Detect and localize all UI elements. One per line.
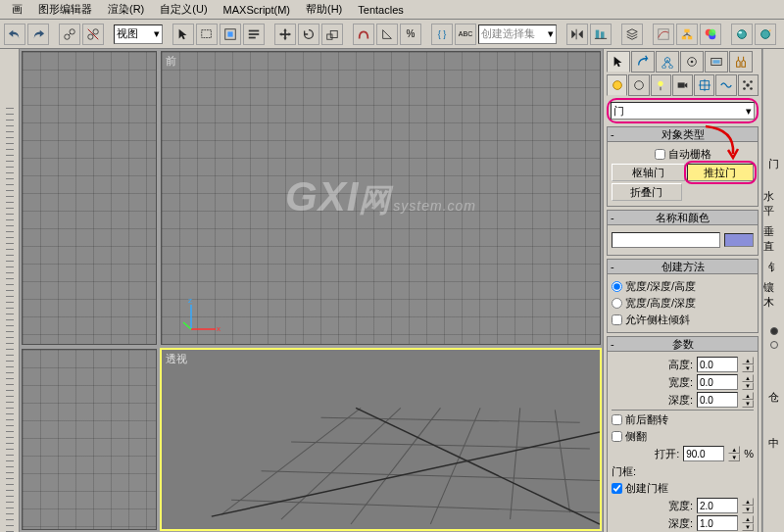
- redo-button[interactable]: [27, 24, 49, 45]
- curve-editor-button[interactable]: [653, 24, 674, 45]
- object-color-swatch[interactable]: [724, 233, 754, 247]
- select-by-name-button[interactable]: [243, 24, 265, 45]
- svg-line-40: [555, 410, 569, 512]
- svg-line-22: [684, 34, 688, 36]
- command-panel-tabs: [607, 51, 759, 73]
- open-spinner-buttons[interactable]: ▲▼: [728, 446, 740, 461]
- svg-rect-19: [682, 35, 686, 39]
- layers-button[interactable]: [621, 24, 643, 45]
- flip-front-back-checkbox[interactable]: [612, 414, 622, 425]
- schematic-view-button[interactable]: [676, 24, 698, 45]
- frame-depth-spinner-buttons[interactable]: ▲▼: [742, 515, 754, 531]
- quick-render-button[interactable]: [755, 24, 776, 45]
- unlink-button[interactable]: [82, 24, 104, 45]
- viewport-bottom-left[interactable]: [22, 349, 157, 530]
- spacewarps-tab[interactable]: [715, 74, 736, 96]
- angle-snap-button[interactable]: [376, 24, 398, 45]
- geometry-category-dropdown[interactable]: 门: [611, 102, 755, 120]
- geometry-tab[interactable]: [607, 74, 627, 96]
- menu-item[interactable]: 帮助(H): [298, 0, 350, 19]
- scale-button[interactable]: [321, 24, 343, 45]
- lights-tab[interactable]: [651, 74, 671, 96]
- viewport-front[interactable]: 前 GXI网 system.com z x: [161, 51, 601, 345]
- move-button[interactable]: [274, 24, 296, 45]
- rollout-parameters-header[interactable]: -参数: [607, 336, 759, 352]
- allow-slant-checkbox[interactable]: [612, 314, 622, 325]
- height-spinner-buttons[interactable]: ▲▼: [742, 357, 754, 372]
- rotate-button[interactable]: [298, 24, 319, 45]
- create-frame-label: 创建门框: [625, 481, 668, 496]
- systems-tab[interactable]: [738, 74, 759, 96]
- open-spinner[interactable]: 90.0: [683, 446, 724, 461]
- object-name-input[interactable]: [612, 232, 720, 248]
- folding-door-button[interactable]: 折叠门: [612, 183, 682, 201]
- rollout-name-color-header[interactable]: -名称和颜色: [607, 210, 759, 225]
- depth-spinner[interactable]: 0.0: [697, 392, 738, 408]
- rollout-creation-method: 宽度/深度/高度 宽度/高度/深度 允许侧柱倾斜: [607, 274, 759, 333]
- create-tab[interactable]: [607, 51, 630, 73]
- radio-dot-icon[interactable]: [770, 327, 778, 335]
- select-button[interactable]: [172, 24, 194, 45]
- display-tab[interactable]: [705, 51, 728, 73]
- create-frame-checkbox[interactable]: [612, 483, 622, 494]
- select-rect-button[interactable]: [196, 24, 218, 45]
- shapes-tab[interactable]: [628, 74, 649, 96]
- frame-width-spinner-buttons[interactable]: ▲▼: [742, 498, 754, 513]
- method-whd-label: 宽度/高度/深度: [625, 296, 696, 311]
- utilities-tab[interactable]: [729, 51, 753, 73]
- selection-set-dropdown[interactable]: 创建选择集: [478, 24, 557, 44]
- helpers-tab[interactable]: [694, 74, 714, 96]
- height-spinner[interactable]: 0.0: [697, 357, 738, 372]
- menu-item[interactable]: 图形编辑器: [30, 0, 100, 19]
- align-button[interactable]: [590, 24, 612, 45]
- named-sel-button[interactable]: { }: [431, 24, 453, 45]
- svg-rect-20: [688, 35, 692, 39]
- motion-tab[interactable]: [680, 51, 704, 73]
- hierarchy-tab[interactable]: [656, 51, 679, 73]
- method-whd-radio[interactable]: [612, 298, 622, 309]
- render-scene-button[interactable]: [731, 24, 753, 45]
- left-ruler-strip: [0, 49, 20, 532]
- svg-point-3: [88, 34, 93, 39]
- menu-item[interactable]: 渲染(R): [100, 0, 152, 19]
- rollout-creation-method-header[interactable]: -创建方法: [607, 259, 759, 274]
- frame-width-spinner[interactable]: 2.0: [697, 498, 738, 513]
- rollout-parameters: 高度: 0.0 ▲▼ 宽度: 0.0 ▲▼ 深度: 0.0 ▲▼ 前后翻转 侧翻…: [607, 352, 759, 532]
- frame-depth-spinner[interactable]: 1.0: [697, 515, 738, 531]
- link-button[interactable]: [59, 24, 80, 45]
- menu-item[interactable]: Tentacles: [350, 2, 411, 18]
- modify-tab[interactable]: [631, 51, 655, 73]
- svg-line-39: [511, 408, 520, 519]
- radio-dot-icon[interactable]: [770, 341, 778, 349]
- undo-button[interactable]: [4, 24, 25, 45]
- view-dropdown[interactable]: 视图: [114, 24, 163, 44]
- abc-button[interactable]: ABC: [455, 24, 476, 45]
- width-spinner-buttons[interactable]: ▲▼: [742, 374, 754, 390]
- svg-rect-14: [596, 29, 600, 38]
- viewport-perspective[interactable]: 透视: [161, 349, 601, 530]
- rollout-object-type-header[interactable]: -对象类型: [607, 126, 759, 142]
- mirror-button[interactable]: [566, 24, 588, 45]
- menu-item[interactable]: 自定义(U): [152, 0, 215, 19]
- select-window-button[interactable]: [220, 24, 241, 45]
- snap-toggle-button[interactable]: [353, 24, 374, 45]
- menu-item[interactable]: 画: [4, 0, 30, 19]
- menu-item[interactable]: MAXScript(M): [216, 2, 298, 18]
- viewport-top-left[interactable]: [22, 51, 157, 345]
- flip-side-checkbox[interactable]: [612, 431, 622, 442]
- svg-rect-6: [202, 29, 212, 37]
- cameras-tab[interactable]: [672, 74, 693, 96]
- axis-tripod-icon: z x: [181, 295, 220, 334]
- svg-point-62: [744, 87, 747, 90]
- open-label: 打开:: [655, 447, 679, 461]
- depth-spinner-buttons[interactable]: ▲▼: [742, 392, 754, 408]
- svg-line-44: [231, 500, 600, 512]
- percent-snap-button[interactable]: %: [400, 24, 421, 45]
- width-spinner[interactable]: 0.0: [697, 374, 738, 390]
- svg-text:x: x: [217, 324, 220, 333]
- height-label: 高度:: [668, 358, 693, 372]
- pivot-door-button[interactable]: 枢轴门: [612, 164, 685, 181]
- material-editor-button[interactable]: [700, 24, 721, 45]
- method-wdh-radio[interactable]: [612, 281, 622, 292]
- autogrid-checkbox[interactable]: [655, 149, 665, 160]
